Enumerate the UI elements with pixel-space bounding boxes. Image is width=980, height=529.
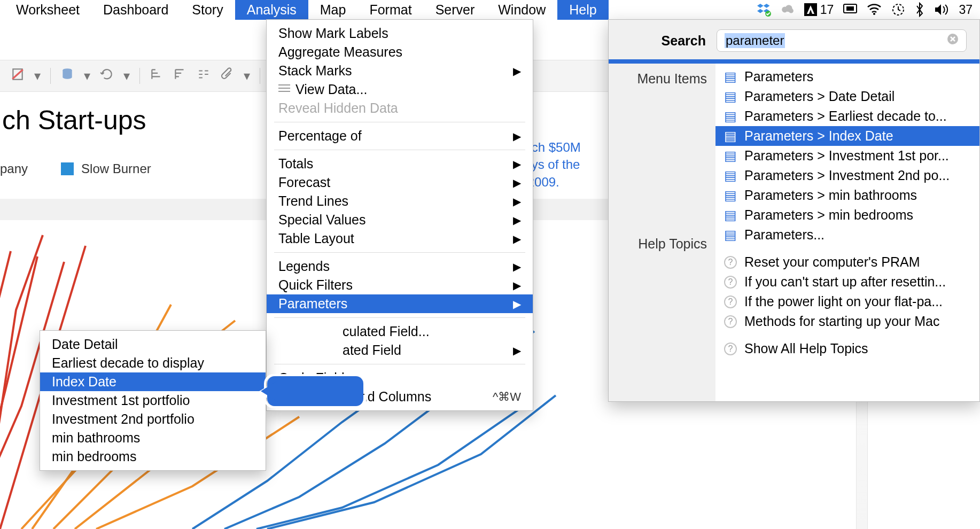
- param-date-detail[interactable]: Date Detail: [40, 335, 266, 354]
- tool-sort-asc-icon[interactable]: [150, 67, 164, 84]
- menu-aggregate-measures[interactable]: Aggregate Measures: [267, 43, 533, 61]
- param-min-bedrooms[interactable]: min bedrooms: [40, 447, 266, 466]
- dropbox-icon[interactable]: [757, 3, 771, 17]
- wifi-icon[interactable]: [867, 4, 882, 15]
- legend-label-slow-burner: Slow Burner: [81, 161, 151, 176]
- param-earliest-decade[interactable]: Earliest decade to display: [40, 354, 266, 372]
- menu-result-icon: ▤: [724, 130, 737, 143]
- menu-window[interactable]: Window: [486, 0, 557, 20]
- chevron-right-icon: ▶: [513, 158, 521, 170]
- menu-result-icon: ▤: [724, 169, 737, 182]
- battery-percent: 37: [959, 3, 973, 17]
- menu-percentage-of[interactable]: Percentage of▶: [267, 127, 533, 145]
- volume-icon[interactable]: [934, 3, 949, 16]
- help-section-menu-items: Menu Items: [609, 71, 707, 87]
- tool-delete-icon[interactable]: [11, 67, 25, 84]
- svg-point-7: [873, 13, 875, 15]
- help-topic-icon: ?: [724, 343, 737, 355]
- tool-datasource-icon[interactable]: [60, 67, 74, 84]
- param-index-date[interactable]: Index Date: [40, 372, 266, 391]
- menu-edit-calculated-field[interactable]: ated Field▶: [267, 341, 533, 360]
- menu-totals[interactable]: Totals▶: [267, 154, 533, 173]
- chevron-right-icon: ▶: [513, 176, 521, 189]
- help-result-parameters-ell[interactable]: ▤Parameters...: [715, 225, 979, 245]
- menu-format[interactable]: Format: [357, 0, 423, 20]
- help-result-parameters[interactable]: ▤Parameters: [715, 67, 979, 87]
- menu-reveal-hidden-data: Reveal Hidden Data: [267, 99, 533, 118]
- help-topic-cant-start[interactable]: ?If you can't start up after resettin...: [715, 272, 979, 292]
- menu-stack-marks[interactable]: Stack Marks▶: [267, 61, 533, 80]
- menu-result-icon: ▤: [724, 209, 737, 222]
- menubar: Worksheet Dashboard Story Analysis Map F…: [0, 0, 980, 19]
- menu-analysis[interactable]: Analysis: [235, 0, 308, 20]
- tool-sort-desc-icon[interactable]: [173, 67, 187, 84]
- param-investment-2nd[interactable]: Investment 2nd portfolio: [40, 410, 266, 429]
- help-topic-icon: ?: [724, 295, 737, 308]
- svg-point-3: [789, 9, 794, 13]
- menu-legends[interactable]: Legends▶: [267, 257, 533, 276]
- help-search-panel: Search parameter Menu Items Help Topics …: [608, 19, 980, 402]
- help-result-date-detail[interactable]: ▤Parameters > Date Detail: [715, 87, 979, 106]
- view-data-icon: [278, 84, 290, 94]
- help-result-min-bedrooms[interactable]: ▤Parameters > min bedrooms: [715, 205, 979, 225]
- timemachine-icon[interactable]: [891, 3, 905, 17]
- cloud-sync-icon[interactable]: [781, 3, 795, 17]
- tool-attach-icon[interactable]: [220, 67, 234, 84]
- menu-table-layout[interactable]: Table Layout▶: [267, 229, 533, 248]
- chevron-right-icon: ▶: [513, 195, 521, 208]
- help-topic-startup-methods[interactable]: ?Methods for starting up your Mac: [715, 312, 979, 331]
- adobe-count: 17: [820, 3, 834, 17]
- chevron-right-icon: ▶: [513, 279, 521, 292]
- chevron-right-icon: ▶: [513, 232, 521, 245]
- help-pointer-marker: [267, 376, 363, 406]
- clear-icon[interactable]: [947, 33, 959, 48]
- chevron-right-icon: ▶: [513, 344, 521, 357]
- help-topic-icon: ?: [724, 276, 737, 289]
- chevron-right-icon: ▶: [513, 65, 521, 77]
- menu-forecast[interactable]: Forecast▶: [267, 173, 533, 192]
- menu-result-icon: ▤: [724, 229, 737, 242]
- help-result-earliest-decade[interactable]: ▤Parameters > Earliest decade to...: [715, 106, 979, 126]
- display-icon[interactable]: [843, 4, 857, 15]
- param-min-bathrooms[interactable]: min bathrooms: [40, 429, 266, 447]
- help-search-value: parameter: [725, 33, 785, 48]
- menu-create-calculated-field[interactable]: culated Field...: [267, 322, 533, 341]
- menu-quick-filters[interactable]: Quick Filters▶: [267, 276, 533, 294]
- menu-result-icon: ▤: [724, 90, 737, 103]
- menu-map[interactable]: Map: [308, 0, 358, 20]
- help-result-min-bathrooms[interactable]: ▤Parameters > min bathrooms: [715, 185, 979, 205]
- menu-server[interactable]: Server: [424, 0, 487, 20]
- menu-special-values[interactable]: Special Values▶: [267, 211, 533, 229]
- menu-story[interactable]: Story: [180, 0, 235, 20]
- help-topic-power-light[interactable]: ?If the power light on your flat-pa...: [715, 292, 979, 312]
- bluetooth-icon[interactable]: [915, 2, 924, 17]
- tool-refresh-icon[interactable]: [100, 67, 114, 84]
- status-icons: 17 37: [757, 2, 976, 17]
- help-show-all-topics[interactable]: ?Show All Help Topics: [715, 339, 979, 359]
- help-result-investment-1st[interactable]: ▤Parameters > Investment 1st por...: [715, 146, 979, 166]
- chevron-right-icon: ▶: [513, 214, 521, 227]
- menu-show-mark-labels[interactable]: Show Mark Labels: [267, 24, 533, 43]
- adobe-icon[interactable]: 17: [804, 3, 834, 17]
- tool-group-icon[interactable]: [197, 67, 211, 84]
- menu-result-icon: ▤: [724, 189, 737, 202]
- help-result-index-date[interactable]: ▤Parameters > Index Date: [715, 126, 979, 146]
- help-topic-icon: ?: [724, 256, 737, 269]
- chevron-right-icon: ▶: [513, 298, 521, 310]
- help-topic-icon: ?: [724, 315, 737, 328]
- menu-view-data[interactable]: View Data...: [267, 80, 533, 99]
- shortcut-label: ^⌘W: [493, 390, 521, 404]
- legend-label-left: pany: [0, 161, 28, 176]
- parameters-submenu: Date Detail Earliest decade to display I…: [40, 330, 266, 471]
- menu-trend-lines[interactable]: Trend Lines▶: [267, 192, 533, 211]
- help-search-box[interactable]: parameter: [717, 29, 967, 52]
- menu-dashboard[interactable]: Dashboard: [91, 0, 180, 20]
- menu-help[interactable]: Help: [557, 0, 608, 20]
- param-investment-1st[interactable]: Investment 1st portfolio: [40, 391, 266, 410]
- chevron-right-icon: ▶: [513, 260, 521, 273]
- help-result-investment-2nd[interactable]: ▤Parameters > Investment 2nd po...: [715, 166, 979, 185]
- help-search-label: Search: [662, 33, 706, 49]
- menu-worksheet[interactable]: Worksheet: [4, 0, 91, 20]
- help-topic-pram[interactable]: ?Reset your computer's PRAM: [715, 252, 979, 272]
- menu-parameters[interactable]: Parameters▶: [267, 294, 533, 313]
